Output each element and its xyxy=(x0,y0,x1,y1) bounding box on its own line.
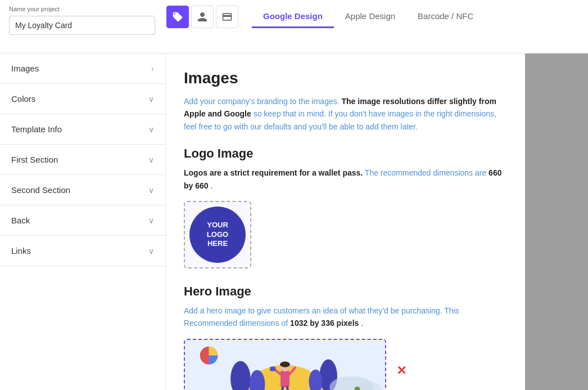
images-desc-plain: Add your company's branding to the image… xyxy=(184,97,340,106)
svg-point-9 xyxy=(280,361,290,367)
svg-rect-7 xyxy=(281,370,290,387)
logo-section-title: Logo Image xyxy=(184,146,507,161)
hero-desc-end: . xyxy=(361,319,363,328)
tab-apple-design[interactable]: Apple Design xyxy=(334,6,406,28)
sidebar-links-label: Links xyxy=(11,246,31,255)
hero-upload-area[interactable] xyxy=(184,339,386,390)
logo-desc-blue: The recommended dimensions are xyxy=(365,168,489,177)
logo-upload-area[interactable]: YOURLOGOHERE xyxy=(184,201,251,268)
tab-barcode-nfc[interactable]: Barcode / NFC xyxy=(406,6,485,28)
logo-desc-end: . xyxy=(210,181,212,190)
tag-icon xyxy=(172,11,183,23)
card-icon-tab[interactable] xyxy=(216,6,238,28)
logo-section-desc: Logos are a strict requirement for a wal… xyxy=(184,167,507,192)
hero-image-wrapper: ✕ xyxy=(184,339,386,390)
sidebar-images-header[interactable]: Images › xyxy=(0,53,165,83)
sidebar-first-section-chevron: ∨ xyxy=(148,155,154,164)
sidebar-template-info-chevron: ∨ xyxy=(148,125,154,134)
sidebar-colors-label: Colors xyxy=(11,94,35,104)
sidebar-first-section-label: First Section xyxy=(11,155,58,164)
sidebar-item-first-section: First Section ∨ xyxy=(0,145,165,175)
hero-dimensions: 1032 by 336 pixels xyxy=(290,319,359,328)
sidebar-links-header[interactable]: Links ∨ xyxy=(0,236,165,266)
project-name-input[interactable] xyxy=(9,16,155,35)
hero-section-title: Hero Image xyxy=(184,284,507,299)
images-section-desc: Add your company's branding to the image… xyxy=(184,95,507,133)
sidebar-item-template-info: Template Info ∨ xyxy=(0,114,165,145)
sidebar-template-info-header[interactable]: Template Info ∨ xyxy=(0,114,165,144)
sidebar-back-label: Back xyxy=(11,216,30,225)
project-name-label: Name your project xyxy=(9,6,155,12)
sidebar-item-second-section: Second Section ∨ xyxy=(0,175,165,205)
sidebar-template-info-label: Template Info xyxy=(11,124,62,134)
logo-placeholder-text: YOURLOGOHERE xyxy=(207,221,228,249)
design-tabs: Google Design Apple Design Barcode / NFC xyxy=(252,6,485,28)
sidebar-item-back: Back ∨ xyxy=(0,205,165,236)
sidebar-second-section-header[interactable]: Second Section ∨ xyxy=(0,175,165,205)
tab-google-design[interactable]: Google Design xyxy=(252,6,334,28)
person-icon xyxy=(197,11,208,23)
sidebar-back-chevron: ∨ xyxy=(148,216,154,225)
tag-icon-tab[interactable] xyxy=(166,6,189,28)
logo-desc-bold: Logos are a strict requirement for a wal… xyxy=(184,168,363,177)
sidebar-colors-chevron: ∨ xyxy=(148,95,154,104)
hero-illustration xyxy=(185,340,385,390)
delete-hero-button[interactable]: ✕ xyxy=(396,364,406,378)
svg-rect-14 xyxy=(270,366,275,371)
sidebar-links-chevron: ∨ xyxy=(148,246,154,255)
content-area: Images Add your company's branding to th… xyxy=(166,53,525,390)
sidebar-images-chevron: › xyxy=(151,64,154,73)
person-icon-tab[interactable] xyxy=(191,6,214,28)
sidebar-colors-header[interactable]: Colors ∨ xyxy=(0,84,165,114)
sidebar-back-header[interactable]: Back ∨ xyxy=(0,205,165,235)
sidebar-item-colors: Colors ∨ xyxy=(0,84,165,114)
sidebar-item-links: Links ∨ xyxy=(0,236,165,266)
card-icon xyxy=(221,11,233,23)
hero-section-desc: Add a hero image to give customers an id… xyxy=(184,304,507,330)
sidebar-second-section-label: Second Section xyxy=(11,185,70,195)
sidebar-first-section-header[interactable]: First Section ∨ xyxy=(0,145,165,174)
sidebar-item-images: Images › xyxy=(0,53,165,84)
icon-tabs xyxy=(166,6,238,28)
sidebar-second-section-chevron: ∨ xyxy=(148,186,154,195)
right-panel xyxy=(525,53,588,390)
sidebar-images-label: Images xyxy=(11,64,39,73)
images-section-title: Images xyxy=(184,69,507,87)
logo-circle-placeholder: YOURLOGOHERE xyxy=(189,207,246,263)
hero-section: Hero Image Add a hero image to give cust… xyxy=(184,284,507,390)
sidebar: Images › Colors ∨ Template Info ∨ First … xyxy=(0,53,166,390)
